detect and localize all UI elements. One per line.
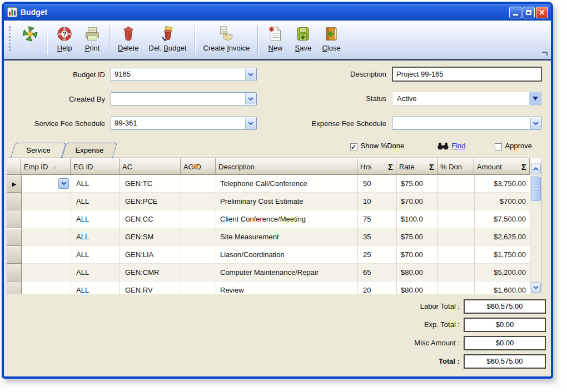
expense-fee-schedule-combo[interactable] bbox=[392, 117, 542, 130]
hrs-cell[interactable]: 25 bbox=[358, 246, 397, 264]
chevron-down-icon[interactable] bbox=[245, 118, 256, 129]
agid-cell[interactable] bbox=[181, 193, 216, 210]
header-rate[interactable]: RateΣ bbox=[396, 158, 437, 175]
scroll-down-button[interactable] bbox=[531, 282, 541, 293]
table-row[interactable]: ALL GEN:CMR Computer Maintenance/Repair … bbox=[7, 264, 542, 282]
header-eg-id[interactable]: EG ID bbox=[71, 158, 120, 175]
pct-done-cell[interactable] bbox=[438, 228, 475, 246]
eg-id-cell[interactable]: ALL bbox=[71, 264, 120, 282]
show-done-control[interactable]: Show %Done bbox=[350, 142, 405, 150]
hrs-cell[interactable]: 75 bbox=[358, 210, 397, 228]
ac-cell[interactable]: GEN:PCE bbox=[120, 193, 181, 210]
amount-cell[interactable]: $2,625.00 bbox=[475, 228, 530, 246]
pct-done-cell[interactable] bbox=[438, 282, 475, 294]
chevron-down-icon[interactable] bbox=[245, 93, 256, 104]
rate-cell[interactable]: $70.00 bbox=[397, 246, 438, 264]
emp-id-cell[interactable] bbox=[22, 210, 71, 228]
close-button[interactable]: ✕ bbox=[536, 7, 548, 18]
table-row[interactable]: ALL GEN:PCE Preliminary Cost Estimate 10… bbox=[7, 193, 542, 210]
row-selector-cell[interactable] bbox=[7, 210, 22, 228]
status-combo[interactable]: Active bbox=[392, 92, 542, 105]
rate-cell[interactable]: $75.00 bbox=[397, 228, 438, 246]
agid-cell[interactable] bbox=[181, 264, 216, 282]
delete-budget-button[interactable]: Del. Budget bbox=[144, 23, 192, 54]
created-by-combo[interactable] bbox=[111, 92, 257, 105]
save-button[interactable]: Save bbox=[289, 23, 317, 54]
header-selector[interactable] bbox=[7, 158, 21, 175]
agid-cell[interactable] bbox=[181, 246, 216, 264]
scrollbar-thumb[interactable] bbox=[531, 177, 541, 201]
dropdown-arrow-icon[interactable] bbox=[529, 92, 541, 105]
eg-id-cell[interactable]: ALL bbox=[71, 228, 120, 246]
row-selector-cell[interactable] bbox=[7, 246, 22, 264]
table-row[interactable]: ▶ ALL GEN:TC Telephone Call/Conference 5… bbox=[7, 175, 542, 193]
description-cell[interactable]: Review bbox=[216, 282, 358, 294]
eg-id-cell[interactable]: ALL bbox=[71, 193, 120, 210]
rate-cell[interactable]: $100.0 bbox=[397, 210, 438, 228]
agid-cell[interactable] bbox=[181, 228, 216, 246]
row-selector-cell[interactable] bbox=[7, 228, 22, 246]
ac-cell[interactable]: GEN:TC bbox=[120, 175, 181, 193]
tab-expense[interactable]: Expense bbox=[64, 143, 115, 158]
description-cell[interactable]: Telephone Call/Conference bbox=[216, 175, 358, 193]
header-emp-id[interactable]: Emp ID bbox=[21, 158, 71, 175]
eg-id-cell[interactable]: ALL bbox=[71, 175, 120, 193]
hrs-cell[interactable]: 50 bbox=[358, 175, 397, 193]
description-cell[interactable]: Site Measurement bbox=[216, 228, 358, 246]
row-selector-cell[interactable] bbox=[7, 264, 22, 282]
emp-id-dropdown-icon[interactable] bbox=[58, 178, 69, 189]
pct-done-cell[interactable] bbox=[438, 193, 475, 210]
emp-id-cell[interactable] bbox=[22, 228, 71, 246]
agid-cell[interactable] bbox=[181, 175, 216, 193]
emp-id-cell[interactable] bbox=[22, 193, 71, 210]
pct-done-cell[interactable] bbox=[438, 246, 475, 264]
description-cell[interactable]: Client Conference/Meeting bbox=[216, 210, 358, 228]
header-ac[interactable]: AC bbox=[120, 158, 181, 175]
delete-button[interactable]: Delete bbox=[113, 23, 144, 54]
row-selector-cell[interactable] bbox=[7, 193, 22, 210]
misc-amount-value[interactable]: $0.00 bbox=[464, 336, 546, 350]
find-control[interactable]: Find bbox=[437, 142, 465, 150]
navigate-button[interactable] bbox=[16, 23, 44, 44]
maximize-button[interactable] bbox=[523, 7, 535, 18]
header-amount[interactable]: AmountΣ bbox=[474, 158, 530, 175]
help-button[interactable]: ? Help bbox=[51, 23, 78, 54]
service-fee-schedule-combo[interactable]: 99-361 bbox=[111, 117, 257, 130]
emp-id-cell[interactable] bbox=[22, 264, 71, 282]
hrs-cell[interactable]: 35 bbox=[358, 228, 397, 246]
pct-done-cell[interactable] bbox=[438, 175, 475, 193]
header-hrs[interactable]: HrsΣ bbox=[357, 158, 396, 175]
header-pct-done[interactable]: % Don bbox=[437, 158, 474, 175]
rate-cell[interactable]: $75.00 bbox=[397, 175, 438, 193]
ac-cell[interactable]: GEN:CMR bbox=[120, 264, 181, 282]
rate-cell[interactable]: $80.00 bbox=[397, 282, 438, 294]
table-row[interactable]: ALL GEN:CC Client Conference/Meeting 75 … bbox=[7, 210, 542, 228]
chevron-down-icon[interactable] bbox=[245, 69, 256, 80]
agid-cell[interactable] bbox=[181, 282, 216, 294]
description-input[interactable]: Project 99-165 bbox=[392, 67, 542, 82]
hrs-cell[interactable]: 20 bbox=[358, 282, 397, 294]
row-selector-cell[interactable] bbox=[7, 282, 22, 294]
ac-cell[interactable]: GEN:LIA bbox=[120, 246, 181, 264]
budget-id-combo[interactable]: 9165 bbox=[111, 68, 257, 81]
rate-cell[interactable]: $70.00 bbox=[397, 193, 438, 210]
agid-cell[interactable] bbox=[181, 210, 216, 228]
pct-done-cell[interactable] bbox=[438, 210, 475, 228]
amount-cell[interactable]: $3,750.00 bbox=[475, 175, 530, 193]
description-cell[interactable]: Computer Maintenance/Repair bbox=[216, 264, 358, 282]
new-button[interactable]: New bbox=[261, 23, 289, 54]
pct-done-cell[interactable] bbox=[438, 264, 475, 282]
emp-id-cell[interactable] bbox=[22, 175, 71, 193]
rate-cell[interactable]: $80.00 bbox=[397, 264, 438, 282]
find-link[interactable]: Find bbox=[451, 142, 465, 150]
row-selector-cell[interactable]: ▶ bbox=[7, 175, 22, 193]
sigma-icon[interactable]: Σ bbox=[388, 162, 393, 172]
table-row[interactable]: ALL GEN:SM Site Measurement 35 $75.00 $2… bbox=[7, 228, 542, 246]
amount-cell[interactable]: $700.00 bbox=[475, 193, 530, 210]
emp-id-cell[interactable] bbox=[22, 246, 71, 264]
ac-cell[interactable]: GEN:CC bbox=[120, 210, 181, 228]
approve-checkbox[interactable] bbox=[495, 143, 502, 150]
amount-cell[interactable]: $1,750.00 bbox=[475, 246, 530, 264]
show-done-checkbox[interactable] bbox=[350, 143, 357, 150]
header-description[interactable]: Description bbox=[216, 158, 357, 175]
